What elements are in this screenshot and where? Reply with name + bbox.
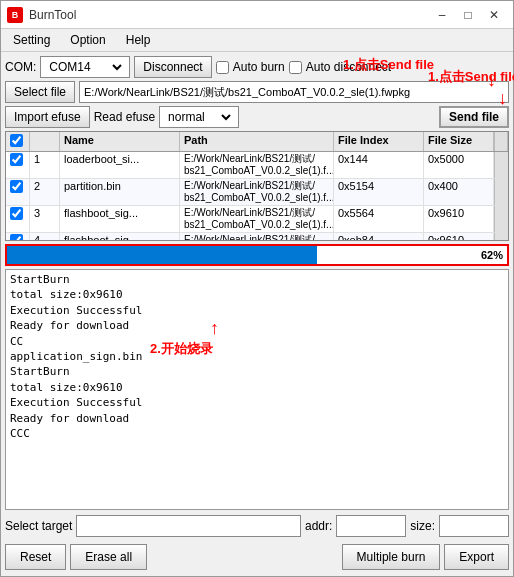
auto-disconnect-label: Auto disconnect xyxy=(306,60,391,74)
size-input[interactable] xyxy=(439,515,509,537)
log-line: total size:0x9610 xyxy=(10,287,504,302)
annotation-send-file: 1.点击Send file xyxy=(428,68,514,86)
menu-option[interactable]: Option xyxy=(62,31,113,49)
multiple-burn-button[interactable]: Multiple burn xyxy=(342,544,441,570)
td-num: 3 xyxy=(30,206,60,232)
th-num xyxy=(30,132,60,151)
log-line: application_sign.bin xyxy=(10,349,504,364)
disconnect-button[interactable]: Disconnect xyxy=(134,56,211,78)
export-button[interactable]: Export xyxy=(444,544,509,570)
td-file-index: 0x5564 xyxy=(334,206,424,232)
window-title: BurnTool xyxy=(29,8,76,22)
action-spacer xyxy=(151,544,338,570)
log-line: Ready for download xyxy=(10,318,504,333)
td-file-size: 0x9610 xyxy=(424,206,494,232)
log-line: Execution Successful xyxy=(10,303,504,318)
row-checkbox-0[interactable] xyxy=(10,153,23,166)
th-checkbox xyxy=(6,132,30,151)
auto-disconnect-row: Auto disconnect xyxy=(289,60,391,74)
td-file-size: 0x400 xyxy=(424,179,494,205)
title-bar-left: B BurnTool xyxy=(7,7,76,23)
progress-bar xyxy=(7,246,317,264)
progress-label: 62% xyxy=(481,249,503,261)
td-file-index: 0xeb84 xyxy=(334,233,424,241)
select-file-button[interactable]: Select file xyxy=(5,81,75,103)
td-checkbox xyxy=(6,152,30,178)
read-efuse-dropdown[interactable]: normal xyxy=(159,106,239,128)
menu-help[interactable]: Help xyxy=(118,31,159,49)
main-window: B BurnTool – □ ✕ Setting Option Help COM… xyxy=(0,0,514,577)
action-row: Reset Erase all Multiple burn Export xyxy=(5,542,509,572)
addr-input[interactable] xyxy=(336,515,406,537)
auto-burn-checkbox[interactable] xyxy=(216,61,229,74)
td-file-size: 0x9610 xyxy=(424,233,494,241)
row-checkbox-1[interactable] xyxy=(10,180,23,193)
auto-burn-label: Auto burn xyxy=(233,60,285,74)
log-line: Ready for download xyxy=(10,411,504,426)
td-path: E:/Work/NearLink/BS21/测试/ bs21_ComboAT_V… xyxy=(180,233,334,241)
table-row: 2 partition.bin E:/Work/NearLink/BS21/测试… xyxy=(6,179,508,206)
td-checkbox xyxy=(6,179,30,205)
com-label: COM: xyxy=(5,60,36,74)
th-file-size: File Size xyxy=(424,132,494,151)
td-file-index: 0x144 xyxy=(334,152,424,178)
log-line: CC xyxy=(10,334,504,349)
log-line: CCC xyxy=(10,426,504,441)
td-num: 2 xyxy=(30,179,60,205)
menu-bar: Setting Option Help xyxy=(1,29,513,52)
close-button[interactable]: ✕ xyxy=(481,5,507,25)
th-file-index: File Index xyxy=(334,132,424,151)
read-efuse-label: Read efuse xyxy=(94,110,155,124)
import-efuse-button[interactable]: Import efuse xyxy=(5,106,90,128)
log-line: Execution Successful xyxy=(10,395,504,410)
size-label: size: xyxy=(410,519,435,533)
log-line: StartBurn xyxy=(10,364,504,379)
erase-all-button[interactable]: Erase all xyxy=(70,544,147,570)
td-scroll xyxy=(494,233,508,241)
arrow-send-file: ↓ xyxy=(498,88,507,109)
td-path: E:/Work/NearLink/BS21/测试/ bs21_ComboAT_V… xyxy=(180,152,334,178)
log-line: total size:0x9610 xyxy=(10,380,504,395)
log-area[interactable]: StartBurntotal size:0x9610Execution Succ… xyxy=(5,269,509,510)
com-select[interactable]: COM14 xyxy=(45,59,125,75)
select-target-input[interactable] xyxy=(76,515,301,537)
td-num: 4 xyxy=(30,233,60,241)
bottom-row: Select target addr: size: xyxy=(5,513,509,539)
efuse-row: Import efuse Read efuse normal Send file… xyxy=(5,106,509,128)
row-checkbox-3[interactable] xyxy=(10,234,23,241)
progress-bar-container: 62% xyxy=(5,244,509,266)
td-checkbox xyxy=(6,206,30,232)
td-path: E:/Work/NearLink/BS21/测试/ bs21_ComboAT_V… xyxy=(180,179,334,205)
minimize-button[interactable]: – xyxy=(429,5,455,25)
read-efuse-select[interactable]: normal xyxy=(164,109,234,125)
th-path: Path xyxy=(180,132,334,151)
table-row: 3 flashboot_sig... E:/Work/NearLink/BS21… xyxy=(6,206,508,233)
table-header: Name Path File Index File Size xyxy=(6,132,508,152)
td-checkbox xyxy=(6,233,30,241)
td-scroll xyxy=(494,179,508,205)
window-controls: – □ ✕ xyxy=(429,5,507,25)
com-dropdown[interactable]: COM14 xyxy=(40,56,130,78)
menu-setting[interactable]: Setting xyxy=(5,31,58,49)
log-line: StartBurn xyxy=(10,272,504,287)
auto-disconnect-checkbox[interactable] xyxy=(289,61,302,74)
table-body: 1 loaderboot_si... E:/Work/NearLink/BS21… xyxy=(6,152,508,241)
td-name: partition.bin xyxy=(60,179,180,205)
main-content: COM: COM14 Disconnect Auto burn Auto dis… xyxy=(1,52,513,576)
td-scroll xyxy=(494,152,508,178)
td-file-size: 0x5000 xyxy=(424,152,494,178)
td-path: E:/Work/NearLink/BS21/测试/ bs21_ComboAT_V… xyxy=(180,206,334,232)
table-row: 1 loaderboot_si... E:/Work/NearLink/BS21… xyxy=(6,152,508,179)
select-all-checkbox[interactable] xyxy=(10,134,23,147)
th-name: Name xyxy=(60,132,180,151)
td-name: flashboot_sig... xyxy=(60,206,180,232)
td-num: 1 xyxy=(30,152,60,178)
table-row: 4 flashboot_sig... E:/Work/NearLink/BS21… xyxy=(6,233,508,241)
row-checkbox-2[interactable] xyxy=(10,207,23,220)
reset-button[interactable]: Reset xyxy=(5,544,66,570)
td-file-index: 0x5154 xyxy=(334,179,424,205)
maximize-button[interactable]: □ xyxy=(455,5,481,25)
send-file-button[interactable]: Send file xyxy=(439,106,509,128)
td-name: flashboot_sig... xyxy=(60,233,180,241)
td-name: loaderboot_si... xyxy=(60,152,180,178)
